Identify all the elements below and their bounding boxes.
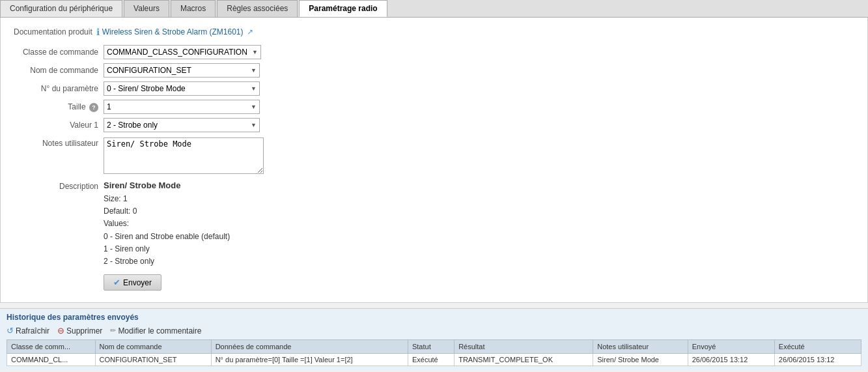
info-icon: ℹ bbox=[96, 27, 100, 37]
history-table: Classe de comm... Nom de commande Donnée… bbox=[7, 339, 861, 366]
taille-help-icon[interactable]: ? bbox=[89, 103, 98, 112]
taille-label: Taille ? bbox=[14, 102, 98, 112]
export-icon[interactable]: ↗ bbox=[247, 27, 253, 36]
cell-envoye: 26/06/2015 13:12 bbox=[688, 354, 774, 366]
default-label: Default: bbox=[104, 207, 130, 216]
nom-label: Nom de commande bbox=[14, 66, 98, 75]
tabs-bar: Configuration du périphérique Valeurs Ma… bbox=[0, 0, 868, 18]
num-param-select[interactable]: 0 - Siren/ Strobe Mode bbox=[104, 81, 260, 96]
description-detail: Size: 1 Default: 0 Values: 0 - Siren and… bbox=[104, 193, 230, 268]
nom-row: Nom de commande CONFIGURATION_SET bbox=[14, 63, 854, 78]
table-header-row: Classe de comm... Nom de commande Donnée… bbox=[7, 340, 861, 354]
cell-classe: COMMAND_CL... bbox=[7, 354, 96, 366]
col-header-classe: Classe de comm... bbox=[7, 340, 96, 354]
nom-select-wrapper: CONFIGURATION_SET bbox=[104, 63, 260, 78]
col-header-resultat: Résultat bbox=[455, 340, 593, 354]
doc-label: Documentation produit bbox=[14, 27, 92, 36]
valeur1-row: Valeur 1 2 - Strobe only bbox=[14, 118, 854, 132]
default-value: 0 bbox=[133, 207, 137, 216]
notes-textarea[interactable]: Siren/ Strobe Mode bbox=[104, 137, 264, 174]
cell-nom: CONFIGURATION_SET bbox=[95, 354, 211, 366]
value-2: 2 - Strobe only bbox=[104, 257, 154, 266]
cell-resultat: TRANSMIT_COMPLETE_OK bbox=[455, 354, 593, 366]
tab-parametrage[interactable]: Paramétrage radio bbox=[299, 0, 387, 17]
tab-config[interactable]: Configuration du périphérique bbox=[0, 0, 122, 17]
delete-button[interactable]: ⊖ Supprimer bbox=[57, 326, 102, 336]
classe-select-wrapper: COMMAND_CLASS_CONFIGURATION bbox=[104, 45, 261, 59]
classe-row: Classe de commande COMMAND_CLASS_CONFIGU… bbox=[14, 45, 854, 59]
refresh-button[interactable]: ↺ Rafraîchir bbox=[7, 326, 49, 336]
delete-icon: ⊖ bbox=[57, 326, 64, 336]
history-title: Historique des paramètres envoyés bbox=[7, 313, 861, 322]
num-param-label: N° du paramètre bbox=[14, 84, 98, 93]
description-content: Siren/ Strobe Mode Size: 1 Default: 0 Va… bbox=[104, 180, 230, 268]
notes-row: Notes utilisateur Siren/ Strobe Mode bbox=[14, 137, 854, 174]
value-1: 1 - Siren only bbox=[104, 244, 150, 253]
doc-row: Documentation produit ℹ Wireless Siren &… bbox=[14, 27, 854, 37]
cell-donnees: N° du paramètre=[0] Taille =[1] Valeur 1… bbox=[211, 354, 408, 366]
envoyer-button[interactable]: ✔ Envoyer bbox=[104, 274, 161, 291]
col-header-execute: Exécuté bbox=[774, 340, 861, 354]
history-toolbar: ↺ Rafraîchir ⊖ Supprimer ✏ Modifier le c… bbox=[7, 326, 861, 336]
cell-notes: Siren/ Strobe Mode bbox=[593, 354, 688, 366]
refresh-icon: ↺ bbox=[7, 326, 14, 336]
envoyer-row: ✔ Envoyer bbox=[104, 274, 854, 291]
valeur1-label: Valeur 1 bbox=[14, 121, 98, 130]
value-0: 0 - Siren and Strobe enable (default) bbox=[104, 232, 230, 241]
tab-valeurs[interactable]: Valeurs bbox=[124, 0, 169, 17]
nom-select[interactable]: CONFIGURATION_SET bbox=[104, 63, 260, 78]
refresh-label: Rafraîchir bbox=[16, 326, 49, 336]
main-content: Documentation produit ℹ Wireless Siren &… bbox=[0, 18, 868, 303]
doc-link[interactable]: Wireless Siren & Strobe Alarm (ZM1601) bbox=[102, 27, 244, 36]
col-header-nom: Nom de commande bbox=[95, 340, 211, 354]
size-value: 1 bbox=[123, 194, 128, 203]
delete-label: Supprimer bbox=[66, 326, 102, 336]
cell-execute: 26/06/2015 13:12 bbox=[774, 354, 861, 366]
table-row[interactable]: COMMAND_CL...CONFIGURATION_SETN° du para… bbox=[7, 354, 861, 366]
col-header-statut: Statut bbox=[408, 340, 454, 354]
classe-label: Classe de commande bbox=[14, 48, 98, 57]
taille-row: Taille ? 1 bbox=[14, 100, 854, 114]
classe-select[interactable]: COMMAND_CLASS_CONFIGURATION bbox=[104, 45, 261, 59]
edit-icon: ✏ bbox=[110, 326, 116, 335]
num-param-row: N° du paramètre 0 - Siren/ Strobe Mode bbox=[14, 81, 854, 96]
col-header-envoye: Envoyé bbox=[688, 340, 774, 354]
tab-regles[interactable]: Règles associées bbox=[217, 0, 298, 17]
valeur1-select[interactable]: 2 - Strobe only bbox=[104, 118, 260, 132]
envoyer-label: Envoyer bbox=[123, 278, 152, 287]
description-row: Description Siren/ Strobe Mode Size: 1 D… bbox=[14, 180, 854, 268]
col-header-notes: Notes utilisateur bbox=[593, 340, 688, 354]
tab-macros[interactable]: Macros bbox=[171, 0, 216, 17]
size-label: Size: bbox=[104, 194, 121, 203]
valeur1-select-wrapper: 2 - Strobe only bbox=[104, 118, 260, 132]
history-section: Historique des paramètres envoyés ↺ Rafr… bbox=[0, 308, 868, 370]
values-label: Values: bbox=[104, 219, 129, 228]
edit-comment-button[interactable]: ✏ Modifier le commentaire bbox=[110, 326, 201, 336]
cell-statut: Exécuté bbox=[408, 354, 454, 366]
taille-select[interactable]: 1 bbox=[104, 100, 260, 114]
num-param-select-wrapper: 0 - Siren/ Strobe Mode bbox=[104, 81, 260, 96]
description-title: Siren/ Strobe Mode bbox=[104, 180, 230, 190]
description-label: Description bbox=[14, 180, 98, 191]
taille-select-wrapper: 1 bbox=[104, 100, 260, 114]
notes-label: Notes utilisateur bbox=[14, 137, 98, 148]
edit-comment-label: Modifier le commentaire bbox=[118, 326, 201, 336]
check-icon: ✔ bbox=[113, 278, 120, 287]
col-header-donnees: Données de commande bbox=[211, 340, 408, 354]
